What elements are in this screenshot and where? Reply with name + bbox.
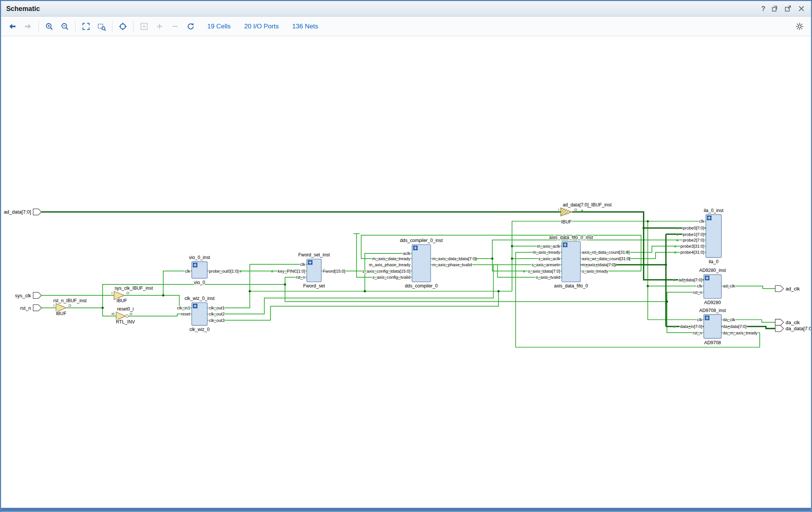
- net-rst_n_ibuf-a[interactable]: [66, 308, 116, 316]
- zoom-out-button[interactable]: [58, 19, 72, 33]
- schematic-svg[interactable]: vio_0_instvio_0clkprobe_out0[1:0]clk_wiz…: [1, 36, 811, 512]
- pin-s_axis_tready: s_axis_tready: [582, 269, 609, 273]
- cells-link[interactable]: 19 Cells: [207, 23, 231, 30]
- block-vio_0_inst[interactable]: vio_0_instvio_0clkprobe_out0[1:0]: [185, 255, 239, 285]
- autofit-selection-button[interactable]: [116, 19, 130, 33]
- nets-link[interactable]: 136 Nets: [292, 23, 318, 30]
- port-ad_data[7:0][interactable]: ad_data[7:0]: [4, 209, 42, 215]
- back-button[interactable]: [5, 19, 20, 33]
- buffer-rst_n_IBUF_inst[interactable]: rst_n_IBUF_instIBUFIO: [53, 298, 87, 316]
- mark-debug-star-icon: ★: [475, 256, 478, 261]
- cell-type: AD9280: [704, 300, 721, 305]
- remove-from-schematic-button[interactable]: [168, 19, 182, 33]
- pin-out-label: O: [574, 208, 577, 212]
- plus-icon: [155, 22, 164, 31]
- zoom-to-selection-button[interactable]: [94, 19, 109, 33]
- buffer-reset0_i[interactable]: reset0_iRTL_INVI0O: [111, 306, 135, 325]
- zoom-out-icon: [60, 22, 70, 31]
- block-body[interactable]: [706, 214, 721, 258]
- port-symbol[interactable]: [33, 209, 42, 215]
- pin-out-label: O: [130, 312, 132, 316]
- port-name: da_data[7:0]: [785, 326, 811, 331]
- pin-clk_in1: clk_in1: [177, 306, 190, 310]
- port-symbol[interactable]: [33, 292, 42, 298]
- wire-junction: [647, 220, 649, 222]
- port-symbol[interactable]: [775, 319, 784, 325]
- expand-cone-button[interactable]: [137, 19, 151, 33]
- pin-key_PINC[1:0]: key_PINC[1:0]: [278, 269, 305, 273]
- net-clk_out3[interactable]: [207, 291, 498, 320]
- buffer-symbol[interactable]: [561, 208, 572, 216]
- pin-data_in[7:0]: data_in[7:0]: [680, 324, 702, 329]
- block-AD9708_inst[interactable]: AD9708_instAD9708clkdata_in[7:0]rst_nda_…: [680, 308, 757, 345]
- mark-debug-star-icon: ★: [673, 244, 677, 248]
- pin-in-label: I: [111, 291, 112, 295]
- zoom-fit-button[interactable]: [79, 19, 93, 33]
- instance-name: ad_data[7:0]_IBUF_inst: [563, 202, 612, 208]
- pin-rst_n: rst_n: [693, 331, 702, 335]
- schematic-canvas[interactable]: vio_0_instvio_0clkprobe_out0[1:0]clk_wiz…: [1, 36, 811, 512]
- pin-in-label: I: [53, 303, 55, 308]
- cell-type: dds_compiler_0: [405, 283, 438, 289]
- open-external-icon[interactable]: [784, 4, 792, 13]
- cell-type: IBUF: [117, 298, 127, 303]
- regenerate-layout-button[interactable]: [183, 19, 198, 33]
- mark-debug-star-icon: ★: [522, 269, 526, 273]
- block-ila_0_inst[interactable]: ila_0_instila_0clkprobe0[7:0]probe1[7:0]…: [681, 208, 724, 264]
- forward-button[interactable]: [21, 19, 35, 33]
- pin-m_axis_data_tready: m_axis_data_tready: [372, 256, 411, 261]
- mark-debug-star-icon: ★: [627, 256, 631, 261]
- pin-out-label: O: [69, 303, 71, 308]
- wire-junction: [491, 258, 493, 260]
- pin-reset: reset: [181, 312, 191, 316]
- wire-junction: [249, 290, 251, 292]
- block-AD9280_inst[interactable]: AD9280_instAD9280ad_data[7:0]clkrst_nad_…: [679, 268, 735, 305]
- port-symbol[interactable]: [775, 325, 784, 331]
- wire-junction: [511, 258, 513, 260]
- instance-name: rst_n_IBUF_inst: [53, 298, 87, 303]
- autofit-selection-icon: [118, 22, 128, 31]
- block-body[interactable]: [562, 242, 580, 282]
- zoom-in-button[interactable]: [42, 19, 56, 33]
- pin-m_axis_data_tdata[7:0]: m_axis_data_tdata[7:0]: [432, 256, 476, 261]
- block-Fword_set_inst[interactable]: Fword_set_instFword_setclkkey_PINC[1:0]r…: [278, 252, 345, 289]
- port-name: ad_clk: [785, 286, 800, 292]
- float-window-icon[interactable]: [770, 4, 779, 13]
- port-symbol[interactable]: [33, 305, 42, 311]
- pin-s_axis_config_tdata[15:0]: s_axis_config_tdata[15:0]: [362, 269, 410, 273]
- net-rst_n_ibuf-c[interactable]: [285, 284, 704, 301]
- pin-s_axis_aclk: s_axis_aclk: [538, 256, 560, 261]
- port-da_data[7:0][interactable]: da_data[7:0]: [775, 325, 811, 331]
- pin-ad_clk: ad_clk: [723, 284, 735, 288]
- instance-name: clk_wiz_0_inst: [184, 296, 215, 301]
- port-ad_clk[interactable]: ad_clk: [775, 286, 800, 292]
- settings-gear-button[interactable]: [792, 19, 807, 33]
- pin-m_axis_aclk: m_axis_aclk: [537, 244, 560, 248]
- help-icon[interactable]: ?: [761, 5, 765, 12]
- net-data_tdata-b[interactable]: [492, 240, 706, 259]
- block-axis_data_fifo_0_inst[interactable]: axis_data_fifo_0_instaxis_data_fifo_0m_a…: [528, 235, 630, 289]
- cell-type: vio_0: [194, 280, 205, 285]
- pin-s_axis_config_tvalid: s_axis_config_tvalid: [372, 275, 410, 279]
- buffer-sys_clk_IBUF_inst[interactable]: sys_clk_IBUF_instIBUFIO: [111, 286, 153, 303]
- add-to-schematic-button[interactable]: [152, 19, 167, 33]
- close-icon[interactable]: [797, 4, 806, 13]
- port-rst_n[interactable]: rst_n: [20, 305, 41, 311]
- port-symbol[interactable]: [775, 286, 784, 292]
- port-da_clk[interactable]: da_clk: [775, 319, 800, 325]
- port-sys_clk[interactable]: sys_clk: [15, 292, 42, 298]
- wire-junction: [284, 283, 286, 286]
- net-sys_clk_ibuf-a[interactable]: [124, 271, 192, 295]
- mark-debug-star-icon: ★: [675, 232, 679, 237]
- port-name: ad_data[7:0]: [4, 209, 31, 215]
- gear-icon: [795, 22, 804, 31]
- block-clk_wiz_0_inst[interactable]: clk_wiz_0_instclk_wiz_0clk_in1resetclk_o…: [177, 296, 225, 332]
- wire-junction: [497, 290, 500, 292]
- mark-debug-star-icon: ★: [673, 250, 677, 254]
- block-dds_compiler_0_inst[interactable]: dds_compiler_0_instdds_compiler_0aclkm_a…: [362, 238, 476, 289]
- pin-clk_out2: clk_out2: [209, 312, 225, 316]
- io-ports-link[interactable]: 20 I/O Ports: [244, 23, 279, 30]
- mark-debug-star-icon: ★: [625, 250, 629, 254]
- pin-clk_out3: clk_out3: [209, 318, 225, 323]
- titlebar: Schematic ?: [1, 1, 811, 17]
